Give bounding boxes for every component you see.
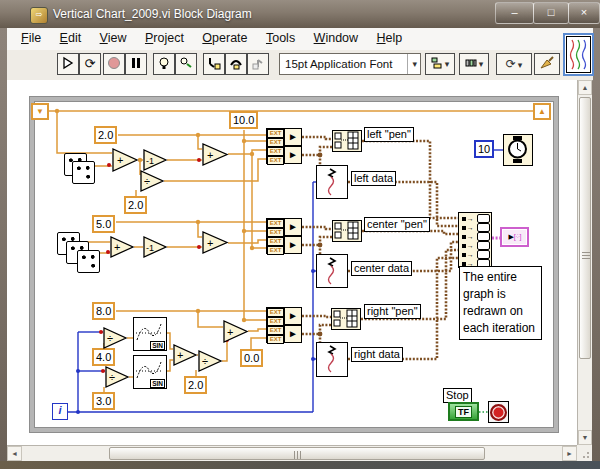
build-array-node[interactable] (458, 212, 492, 268)
to-extended-bundle-node[interactable]: EXTEXT (266, 218, 302, 236)
tf-glyph: TF (455, 406, 472, 418)
ext-column: EXTEXT (267, 147, 284, 163)
negate-function[interactable]: -1 (143, 149, 168, 172)
negate-function[interactable]: -1 (143, 236, 168, 259)
bundle-arrow-icon (284, 147, 301, 163)
constant-2-0-c[interactable]: 2.0 (184, 376, 207, 394)
scrollbar-corner (577, 445, 592, 461)
build-array-row (460, 223, 490, 232)
divide-function[interactable]: ÷ (103, 327, 128, 350)
ext-column: EXTEXT (267, 326, 284, 342)
bundle-arrow-icon (284, 237, 301, 253)
constant-2-0-b[interactable]: 2.0 (124, 196, 147, 214)
horizontal-scrollbar[interactable]: ◄ ► (7, 445, 577, 461)
scroll-up-icon[interactable]: ▲ (578, 80, 592, 95)
to-extended-bundle-node[interactable]: EXTEXT (266, 307, 302, 325)
ext-column: EXTEXT (267, 237, 284, 253)
label-right-data: right data (351, 347, 403, 362)
random-dice-icon[interactable] (77, 250, 100, 273)
add-function[interactable]: + (112, 148, 139, 173)
comment-box: The entire graph is redrawn on each iter… (459, 266, 542, 340)
constant-4-0[interactable]: 4.0 (92, 348, 115, 366)
loop-condition-terminal[interactable] (488, 401, 509, 423)
build-array-row (460, 214, 490, 223)
constant-wait-10[interactable]: 10 (474, 140, 494, 158)
to-extended-bundle-node[interactable]: EXTEXT (266, 236, 302, 254)
vertical-scrollbar[interactable]: ▲ ▼ (577, 80, 592, 445)
build-array-pen-node[interactable] (332, 130, 362, 152)
wait-ms-function-icon[interactable] (503, 134, 533, 166)
label-left-data: left data (351, 171, 396, 186)
cluster-array-glyph-icon (514, 233, 521, 241)
thumb-grip (582, 252, 590, 259)
iteration-terminal[interactable]: i (52, 403, 68, 420)
ext-icon: EXT (267, 129, 284, 138)
ext-column: EXTEXT (267, 219, 284, 235)
ext-column: EXTEXT (267, 129, 284, 145)
svg-text:÷: ÷ (202, 355, 208, 367)
stop-boolean-terminal[interactable]: TF (448, 402, 479, 421)
svg-text:-1: -1 (146, 156, 154, 166)
constant-0-0[interactable]: 0.0 (240, 349, 263, 367)
ext-icon: EXT (267, 156, 284, 165)
add-function[interactable]: + (173, 344, 198, 367)
ext-icon: EXT (267, 308, 284, 317)
build-array-row (460, 232, 490, 241)
to-extended-bundle-node[interactable]: EXTEXT (266, 325, 302, 343)
divide-function[interactable]: ÷ (198, 350, 223, 373)
center-data-subvi-icon[interactable] (316, 254, 348, 288)
horizontal-scrollbar-thumb[interactable] (109, 447, 485, 460)
graph-indicator-terminal[interactable] (500, 227, 529, 247)
bundle-arrow-icon (284, 219, 301, 235)
svg-text:+: + (227, 326, 233, 338)
ext-icon: EXT (267, 147, 284, 156)
svg-text:+: + (207, 237, 213, 249)
svg-text:+: + (117, 154, 123, 166)
random-dice-icon[interactable] (72, 161, 95, 184)
svg-text:+: + (207, 149, 213, 161)
ext-icon: EXT (267, 246, 284, 255)
label-center-pen: center "pen" (364, 217, 430, 232)
svg-text:÷: ÷ (109, 371, 115, 383)
add-function[interactable]: + (223, 320, 249, 344)
build-array-pen-node[interactable] (331, 308, 361, 330)
add-function[interactable]: + (110, 236, 135, 259)
label-stop: Stop (443, 388, 472, 403)
label-right-pen: right "pen" (364, 304, 421, 319)
ext-icon: EXT (267, 219, 284, 228)
bundle-arrow-icon (284, 308, 301, 324)
to-extended-bundle-node[interactable]: EXTEXT (266, 146, 302, 164)
add-function[interactable]: + (202, 143, 229, 167)
shift-register-right-icon[interactable]: ▲ (533, 103, 551, 120)
build-array-pen-node[interactable] (332, 220, 362, 242)
ext-icon: EXT (267, 335, 284, 344)
scroll-right-icon[interactable]: ► (562, 446, 577, 461)
constant-5-0[interactable]: 5.0 (92, 215, 115, 233)
bundle-arrow-icon (284, 129, 301, 145)
divide-function[interactable]: ÷ (105, 366, 130, 389)
constant-8-0[interactable]: 8.0 (92, 302, 115, 320)
scroll-left-icon[interactable]: ◄ (7, 446, 22, 461)
left-data-subvi-icon[interactable] (316, 165, 348, 199)
ext-icon: EXT (267, 237, 284, 246)
shift-register-left-icon[interactable]: ▼ (31, 103, 49, 120)
divide-function[interactable]: ÷ (140, 170, 165, 193)
constant-10-0[interactable]: 10.0 (229, 111, 258, 129)
vertical-scrollbar-thumb[interactable] (579, 97, 591, 359)
constant-2-0-a[interactable]: 2.0 (94, 126, 117, 144)
thumb-grip (294, 451, 301, 459)
svg-text:+: + (177, 349, 183, 361)
stop-sign-icon (490, 404, 507, 421)
ext-column: EXTEXT (267, 308, 284, 324)
labview-window: Vertical Chart_2009.vi Block Diagram – □… (0, 0, 600, 469)
build-array-row (460, 241, 490, 250)
scroll-down-icon[interactable]: ▼ (578, 430, 592, 445)
sine-function-icon[interactable]: SIN (133, 355, 167, 389)
label-center-data: center data (351, 261, 412, 276)
right-data-subvi-icon[interactable] (316, 342, 348, 377)
constant-3-0[interactable]: 3.0 (92, 392, 115, 410)
to-extended-bundle-node[interactable]: EXTEXT (266, 128, 302, 146)
add-function[interactable]: + (202, 231, 229, 255)
bundle-arrow-icon (284, 326, 301, 342)
sine-function-icon[interactable]: SIN (133, 317, 167, 351)
